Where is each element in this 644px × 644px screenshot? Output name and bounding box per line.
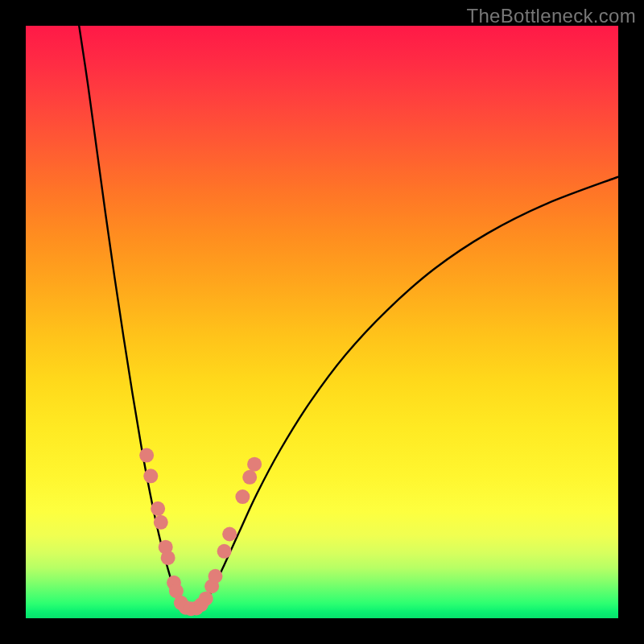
curve-marker [235, 489, 250, 504]
curve-marker [199, 592, 213, 606]
watermark-text: TheBottleneck.com [466, 5, 636, 27]
curve-marker [139, 448, 154, 463]
curve-marker [151, 502, 165, 516]
curve-marker [247, 457, 262, 472]
curve-marker [161, 551, 175, 565]
curve-marker [154, 515, 168, 530]
chart-frame: TheBottleneck.com [0, 0, 644, 644]
curve-marker [222, 526, 237, 541]
curve-marker [208, 569, 223, 584]
plot-area [26, 26, 618, 618]
curve-marker [242, 470, 257, 485]
curve-marker [217, 544, 232, 559]
bottleneck-curve [26, 26, 618, 618]
curve-marker [143, 469, 158, 483]
